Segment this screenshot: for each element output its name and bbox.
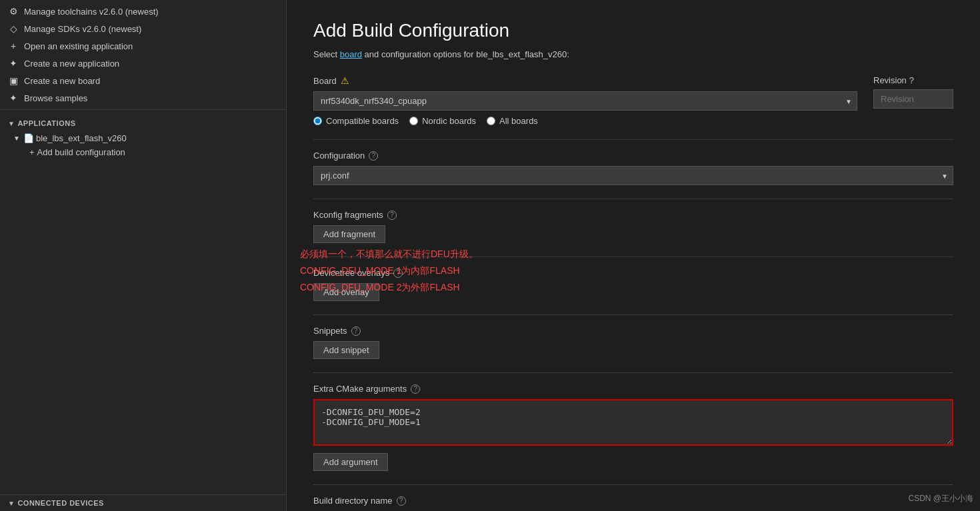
connected-devices-label: CONNECTED DEVICES xyxy=(17,499,104,507)
revision-section: Revision ? xyxy=(873,75,953,109)
kconfig-label: Kconfig fragments ? xyxy=(313,210,953,220)
gear-icon: ⚙ xyxy=(8,6,19,17)
watermark: CSDN @王小小海 xyxy=(908,493,973,504)
board-link[interactable]: board xyxy=(340,49,362,59)
revision-input[interactable] xyxy=(873,89,953,109)
diamond-icon: ◇ xyxy=(8,23,19,34)
applications-section-header[interactable]: ▼ APPLICATIONS xyxy=(0,115,286,131)
radio-all-boards[interactable]: All boards xyxy=(487,116,538,126)
sidebar-item-manage-sdks[interactable]: ◇ Manage SDKs v2.6.0 (newest) xyxy=(0,20,286,37)
sidebar-content: ▼ APPLICATIONS ▼ 📄 ble_lbs_ext_flash_v26… xyxy=(0,110,286,494)
sidebar-item-label: Browse samples xyxy=(24,93,87,103)
file-icon: 📄 xyxy=(24,134,33,143)
board-field-section: Board ⚠ nrf5340dk_nrf5340_cpuapp ▼ Compa… xyxy=(313,75,953,126)
board-label: Board ⚠ xyxy=(313,75,857,86)
sidebar-item-manage-toolchains[interactable]: ⚙ Manage toolchains v2.6.0 (newest) xyxy=(0,3,286,20)
sidebar-item-label: Manage SDKs v2.6.0 (newest) xyxy=(24,24,141,34)
divider-6 xyxy=(313,484,953,485)
sidebar-item-create-new-app[interactable]: ✦ Create a new application xyxy=(0,55,286,72)
divider-5 xyxy=(313,372,953,373)
warning-icon: ⚠ xyxy=(341,75,349,86)
divider-4 xyxy=(313,314,953,315)
plus-icon: + xyxy=(29,147,35,157)
revision-label: Revision ? xyxy=(873,75,953,85)
devicetree-label: Devicetree overlays ? xyxy=(313,268,953,278)
chevron-down-icon: ▼ xyxy=(8,500,15,507)
tree-item-ble-lbs[interactable]: ▼ 📄 ble_lbs_ext_flash_v260 xyxy=(0,131,286,145)
snippets-field-section: Snippets ? Add snippet xyxy=(313,326,953,359)
plus-icon: + xyxy=(8,41,19,51)
devicetree-field-section: Devicetree overlays ? Add overlay xyxy=(313,268,953,301)
add-argument-button[interactable]: Add argument xyxy=(313,453,388,471)
configuration-label: Configuration ? xyxy=(313,151,953,161)
cmake-label: Extra CMake arguments ? xyxy=(313,384,953,394)
page-title: Add Build Configuration xyxy=(313,20,953,41)
configuration-select[interactable]: prj.conf xyxy=(313,166,953,185)
sidebar-item-create-new-board[interactable]: ▣ Create a new board xyxy=(0,72,286,89)
sidebar: ⚙ Manage toolchains v2.6.0 (newest) ◇ Ma… xyxy=(0,0,287,511)
cmake-help-icon[interactable]: ? xyxy=(411,384,420,394)
board-icon: ▣ xyxy=(8,75,19,86)
revision-help-icon[interactable]: ? xyxy=(909,75,914,85)
tree-item-label: ble_lbs_ext_flash_v260 xyxy=(36,133,127,143)
configuration-field-section: Configuration ? prj.conf ▼ xyxy=(313,151,953,185)
cmake-field-section: Extra CMake arguments ? Add argument xyxy=(313,384,953,471)
sidebar-item-open-existing[interactable]: + Open an existing application xyxy=(0,37,286,55)
divider-1 xyxy=(313,139,953,140)
configuration-help-icon[interactable]: ? xyxy=(369,151,378,161)
radio-compatible-boards[interactable]: Compatible boards xyxy=(313,116,399,126)
kconfig-help-icon[interactable]: ? xyxy=(387,211,397,220)
snippets-label: Snippets ? xyxy=(313,326,953,336)
devicetree-help-icon[interactable]: ? xyxy=(393,268,403,278)
build-dir-field-section: Build directory name ? A build directory… xyxy=(313,496,953,511)
sidebar-item-label: Create a new application xyxy=(24,59,119,69)
add-fragment-button[interactable]: Add fragment xyxy=(313,225,385,243)
sidebar-menu: ⚙ Manage toolchains v2.6.0 (newest) ◇ Ma… xyxy=(0,0,286,110)
build-dir-label: Build directory name ? xyxy=(313,496,953,506)
cmake-arguments-textarea[interactable] xyxy=(313,399,953,446)
add-overlay-button[interactable]: Add overlay xyxy=(313,283,379,301)
chevron-icon: ▼ xyxy=(8,120,15,127)
connected-devices-section: ▼ CONNECTED DEVICES xyxy=(0,494,286,511)
browse-icon: ✦ xyxy=(8,93,19,103)
add-build-config-label: Add build configuration xyxy=(37,147,125,157)
divider-2 xyxy=(313,199,953,199)
snippets-help-icon[interactable]: ? xyxy=(351,326,361,336)
kconfig-field-section: Kconfig fragments ? Add fragment xyxy=(313,210,953,243)
board-filter-radio-group: Compatible boards Nordic boards All boar… xyxy=(313,116,857,126)
applications-section-label: APPLICATIONS xyxy=(17,119,75,127)
star-icon: ✦ xyxy=(8,58,19,69)
subtitle-text: Select xyxy=(313,49,340,59)
divider-3 xyxy=(313,256,953,257)
board-select-wrapper: nrf5340dk_nrf5340_cpuapp ▼ xyxy=(313,91,857,111)
panel-subtitle: Select board and configuration options f… xyxy=(313,49,953,59)
sidebar-item-label: Open an existing application xyxy=(24,41,133,51)
radio-nordic-boards[interactable]: Nordic boards xyxy=(409,116,476,126)
board-select[interactable]: nrf5340dk_nrf5340_cpuapp xyxy=(313,91,857,111)
tree-chevron-icon: ▼ xyxy=(13,135,20,142)
main-panel: Add Build Configuration Select board and… xyxy=(287,0,980,511)
sidebar-item-label: Manage toolchains v2.6.0 (newest) xyxy=(24,7,159,17)
sidebar-item-browse-samples[interactable]: ✦ Browse samples xyxy=(0,89,286,107)
connected-devices-header[interactable]: ▼ CONNECTED DEVICES xyxy=(0,495,286,511)
configuration-select-wrapper: prj.conf ▼ xyxy=(313,166,953,185)
build-dir-help-icon[interactable]: ? xyxy=(397,496,406,506)
subtitle-rest: and configuration options for ble_lbs_ex… xyxy=(362,49,569,59)
add-build-config-item[interactable]: + Add build configuration xyxy=(0,145,286,159)
add-snippet-button[interactable]: Add snippet xyxy=(313,341,379,359)
sidebar-item-label: Create a new board xyxy=(24,76,100,86)
